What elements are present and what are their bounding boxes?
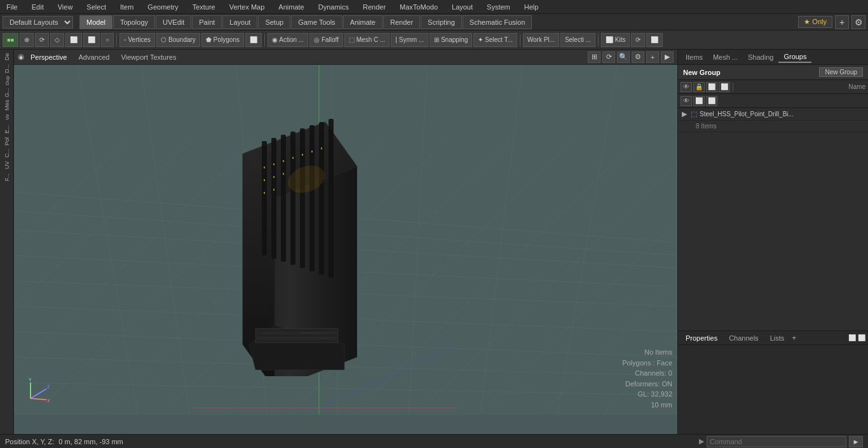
rp-tab-mesh[interactable]: Mesh ... (708, 52, 743, 62)
bp-tab-channels[interactable]: Channels (724, 333, 763, 343)
viewport-dot[interactable]: ● (18, 54, 24, 60)
left-tool-e[interactable]: E... (1, 123, 13, 135)
tab-schematic[interactable]: Schematic Fusion (463, 15, 532, 29)
bp-plus-btn[interactable]: + (792, 334, 796, 343)
tab-paint[interactable]: Paint (192, 15, 222, 29)
group-item-drill[interactable]: ▶ ⬚ Steel_HSS_Pilot_Point_Drill_Bi... (678, 108, 868, 121)
vis-btn[interactable]: 👁 (681, 82, 692, 92)
group-expand-icon: ▶ (682, 110, 687, 118)
command-input[interactable] (707, 436, 846, 447)
vis2-btn[interactable]: 👁 (681, 96, 692, 106)
menu-maxtomodo[interactable]: MaxToModo (397, 2, 440, 12)
menu-item[interactable]: Item (118, 2, 136, 12)
left-tool-c[interactable]: C... (1, 147, 13, 159)
check3-btn[interactable]: ⬜ (706, 96, 717, 106)
check1-btn[interactable]: ⬜ (706, 82, 717, 92)
vp-tab-advanced[interactable]: Advanced (73, 52, 114, 62)
vp-play-btn[interactable]: ▶ (661, 51, 674, 63)
vp-square2-btn[interactable]: ⬜ (646, 33, 663, 47)
lock-btn[interactable]: 🔒 (693, 82, 705, 92)
left-tool-de[interactable]: De (1, 51, 13, 62)
rp-tab-items[interactable]: Items (681, 52, 708, 62)
left-tool-f[interactable]: F... (1, 172, 13, 183)
tab-scripting[interactable]: Scripting (421, 15, 462, 29)
check2-btn[interactable]: ⬜ (719, 82, 730, 92)
bp-tab-lists[interactable]: Lists (765, 333, 790, 343)
left-tool-mes[interactable]: Mes (1, 99, 13, 111)
menu-system[interactable]: System (484, 2, 513, 12)
viewport[interactable]: ● Perspective Advanced Viewport Textures… (14, 50, 677, 434)
snap-btn[interactable]: ◇ (50, 33, 64, 47)
left-tool-g[interactable]: G... (1, 87, 13, 98)
vp-rotate-btn[interactable]: ⟳ (631, 33, 645, 47)
vp-tab-textures[interactable]: Viewport Textures (116, 52, 181, 62)
left-tool-dup[interactable]: Dup (1, 75, 13, 86)
rp-tab-groups[interactable]: Groups (778, 51, 811, 63)
star-only-btn[interactable]: ★ Only (798, 16, 832, 28)
selectt-btn[interactable]: ✦ Select T... (473, 33, 517, 47)
mode-btn[interactable]: ■■ (3, 33, 18, 47)
action-btn[interactable]: ◉ Action ... (268, 33, 308, 47)
lock2-btn[interactable]: ⬜ (693, 96, 705, 106)
kits-btn[interactable]: ⬜ Kits (601, 33, 630, 47)
vertices-btn[interactable]: ◦ Vertices (119, 33, 155, 47)
vp-tab-perspective[interactable]: Perspective (25, 52, 72, 62)
vp-rotate2-btn[interactable]: ⟳ (602, 51, 615, 63)
tab-animate[interactable]: Animate (343, 15, 383, 29)
menu-help[interactable]: Help (522, 2, 541, 12)
snapping-btn[interactable]: ⊞ Snapping (430, 33, 472, 47)
left-tool-d2[interactable]: D... (1, 63, 13, 74)
add-tab-btn[interactable]: + (835, 15, 849, 29)
viewport-canvas[interactable]: No Items Polygons : Face Channels: 0 Def… (14, 65, 677, 415)
menu-render[interactable]: Render (360, 2, 388, 12)
vp-plus-btn[interactable]: + (646, 51, 659, 63)
left-tool-uv[interactable]: UV (1, 160, 13, 171)
menu-geometry[interactable]: Geometry (145, 2, 180, 12)
layout-bar: Default Layouts Model Topology UVEdit Pa… (0, 14, 868, 31)
left-tool-pol[interactable]: Pol (1, 135, 13, 147)
circle-btn[interactable]: ○ (101, 33, 114, 47)
tool-bar: ■■ ⊕ ⟳ ◇ ⬜ ⬜ ○ ◦ Vertices ⬡ Boundary ⬟ P… (0, 31, 868, 50)
vp-search-btn[interactable]: 🔍 (617, 51, 630, 63)
menu-layout[interactable]: Layout (449, 2, 475, 12)
settings-btn[interactable]: ⚙ (851, 15, 865, 29)
tab-uvedit[interactable]: UVEdit (156, 15, 191, 29)
tab-gametools[interactable]: Game Tools (291, 15, 342, 29)
rotate-btn[interactable]: ⟳ (35, 33, 49, 47)
menu-file[interactable]: File (4, 2, 20, 12)
tab-setup[interactable]: Setup (258, 15, 290, 29)
selecti-btn[interactable]: Selecti ... (560, 33, 595, 47)
workpl-btn[interactable]: Work Pl... (523, 33, 559, 47)
square-mode-btn[interactable]: ⬜ (245, 33, 262, 47)
cmd-go-btn[interactable]: ► (849, 436, 863, 447)
menu-texture[interactable]: Texture (190, 2, 218, 12)
tab-layout[interactable]: Layout (222, 15, 257, 29)
box2-btn[interactable]: ⬜ (83, 33, 100, 47)
menu-view[interactable]: View (55, 2, 76, 12)
polygons-btn[interactable]: ⬟ Polygons (201, 33, 244, 47)
boundary-btn[interactable]: ⬡ Boundary (156, 33, 200, 47)
menu-animate[interactable]: Animate (276, 2, 306, 12)
tab-render[interactable]: Render (383, 15, 420, 29)
symm-btn[interactable]: | Symm ... (391, 33, 428, 47)
bp-tab-properties[interactable]: Properties (681, 333, 722, 343)
rp-tab-shading[interactable]: Shading (743, 52, 778, 62)
tab-topology[interactable]: Topology (113, 15, 155, 29)
bp-maximize-btn[interactable]: ⬜ (858, 334, 865, 341)
menu-edit[interactable]: Edit (29, 2, 46, 12)
menu-select[interactable]: Select (84, 2, 109, 12)
tab-model[interactable]: Model (79, 15, 112, 29)
grid-btn[interactable]: ⊕ (20, 33, 34, 47)
meshc-btn[interactable]: ⬚ Mesh C ... (344, 33, 390, 47)
layout-dropdown[interactable]: Default Layouts (3, 16, 73, 29)
box-btn[interactable]: ⬜ (65, 33, 82, 47)
new-group-btn[interactable]: New Group (819, 67, 863, 77)
falloff-btn[interactable]: ◎ Falloff (309, 33, 343, 47)
vp-gear-btn[interactable]: ⚙ (632, 51, 644, 63)
bp-minimize-btn[interactable]: ⬜ (848, 334, 856, 341)
left-tool-vir[interactable]: Vir (1, 111, 13, 123)
menu-dynamics[interactable]: Dynamics (316, 2, 351, 12)
menu-vertexmap[interactable]: Vertex Map (227, 2, 268, 12)
svg-rect-59 (255, 339, 338, 343)
vp-home-btn[interactable]: ⊞ (588, 51, 600, 63)
